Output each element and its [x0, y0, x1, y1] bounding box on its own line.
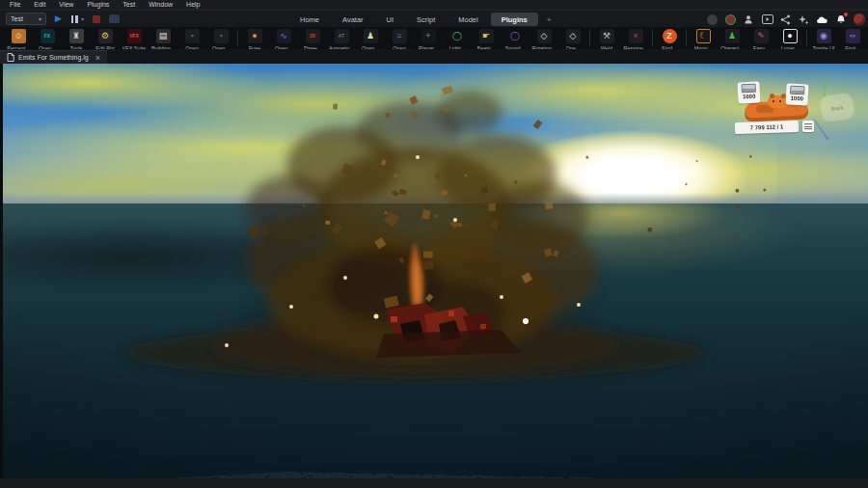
device-emulation-button[interactable]	[761, 14, 773, 26]
one-plugin-button[interactable]: ◇One...	[558, 29, 587, 51]
character-plugin-button[interactable]: ♟Charact...	[718, 29, 746, 51]
percent-plugin-button[interactable]: ☺Percent...	[4, 29, 33, 51]
cloud-sync-button[interactable]	[816, 14, 828, 26]
script-file-icon	[7, 53, 14, 62]
luner-plugin-button[interactable]: ●Luner...	[775, 29, 804, 51]
particle-counter: 7 799 112 / 1	[735, 121, 799, 134]
collaborator-avatar[interactable]	[706, 14, 719, 26]
menu-item-view[interactable]: View	[52, 0, 80, 10]
vfx-suite-plugin-icon: VFX	[127, 29, 142, 43]
moon-animator-plugin-button[interactable]: ☾Moon...	[689, 29, 718, 51]
beam-plugin-icon: ☛	[479, 29, 494, 43]
view-cube-face-label: Back	[831, 104, 844, 112]
one-plugin-icon: ◇	[566, 29, 581, 43]
toggle-ui-plugin-button[interactable]: ◉Toggle UI	[809, 29, 838, 51]
step-button[interactable]	[109, 14, 120, 23]
badge-value: 1000	[790, 95, 803, 104]
character-plugin-icon: ♟	[725, 29, 740, 43]
toolbar-separator	[806, 30, 807, 46]
open-plugin-button-3[interactable]: ∿Open...	[269, 29, 298, 51]
open-plugin-button-5[interactable]: ≡Open	[385, 29, 414, 51]
device-selector-value: Test	[11, 15, 23, 22]
animation-plugin-button[interactable]: ATAnimatio...	[327, 29, 356, 51]
view-cube-face[interactable]: Back	[819, 93, 854, 122]
ribbon-tab-bar: HomeAvatarUIScriptModelPlugins+	[289, 11, 557, 28]
document-tab-bar: Emits For Something.lg ×	[0, 49, 868, 64]
playback-toolbar: Test ▾ ▶ ▾ HomeAvatarUIScriptModelPlugin…	[0, 10, 868, 27]
edit-rig-plugin-icon: ⚙	[98, 29, 113, 43]
planar-plugin-button[interactable]: +Planar...	[414, 29, 443, 51]
open-plugin-button-2[interactable]: ▪Open...	[206, 29, 235, 51]
view-selector-cube[interactable]: Back z	[813, 81, 863, 141]
emit-plugin-button[interactable]: <>Emit...	[838, 29, 867, 51]
emit-plugin-icon: <>	[846, 29, 860, 43]
bottom-edge	[0, 478, 868, 488]
viewport-left-edge	[0, 64, 3, 478]
cloud-icon	[816, 15, 828, 24]
remove-plugin-button[interactable]: ×Remove...	[621, 29, 650, 51]
add-tab-button[interactable]: +	[540, 15, 558, 24]
invite-collaborator-button[interactable]	[743, 14, 755, 26]
menu-item-plugins[interactable]: Plugins	[80, 0, 116, 10]
three-d-text-plugin-icon: 3D	[306, 29, 320, 43]
account-menu-button[interactable]	[853, 14, 865, 26]
open-plugin-button-4[interactable]: ♟Open...	[356, 29, 385, 51]
close-tab-icon[interactable]: ×	[95, 53, 100, 63]
pause-button[interactable]	[70, 15, 79, 23]
tab-ui[interactable]: UI	[376, 13, 405, 26]
chevron-down-icon: ▾	[39, 15, 41, 22]
assistant-button[interactable]	[798, 14, 810, 26]
roblox-studio-window: FileEditViewPluginsTestWindowHelp Test ▾…	[0, 0, 868, 488]
add-person-icon	[744, 14, 754, 25]
z-axis-label: z	[827, 135, 829, 141]
stop-button[interactable]	[93, 15, 100, 23]
toolbar-separator	[686, 30, 687, 46]
vfx-suite-plugin-button[interactable]: VFXVFX Suite	[120, 29, 149, 51]
share-button[interactable]	[779, 14, 792, 26]
find-plugin-button[interactable]: ZFind...	[655, 29, 684, 51]
luner-plugin-icon: ●	[783, 29, 798, 43]
edit-rig-plugin-button[interactable]: ⚙Edit Rig	[91, 29, 120, 51]
rotation-plugin-button[interactable]: ◇Rotation...	[529, 29, 558, 51]
easy-plugin-icon: ✎	[754, 29, 769, 43]
viewport-3d[interactable]: 1000 1000 7 799 112 / 1 Back z	[0, 64, 868, 478]
mascot-eye-icon	[779, 100, 781, 102]
menu-item-window[interactable]: Window	[142, 0, 179, 10]
vfx-open-plugin-button[interactable]: FXOpen...	[33, 29, 62, 51]
ground-plane	[0, 203, 868, 478]
document-tab[interactable]: Emits For Something.lg ×	[0, 50, 107, 64]
tools-plugin-button[interactable]: ♜Tools	[62, 29, 91, 51]
moon-animator-plugin-icon: ☾	[696, 29, 711, 43]
menu-item-help[interactable]: Help	[179, 0, 206, 10]
weld-plugin-button[interactable]: ⚒Weld	[592, 29, 621, 51]
sound-plugin-button[interactable]: ◯Sound...	[501, 29, 529, 51]
play-icon: ▶	[55, 13, 62, 25]
three-d-text-plugin-button[interactable]: 3DThree...	[298, 29, 327, 51]
animation-plugin-icon: AT	[335, 29, 349, 43]
menu-item-file[interactable]: File	[3, 0, 27, 10]
fuse-plugin-button[interactable]: ●Fuse	[240, 29, 269, 51]
light-plugin-icon: ◯	[450, 29, 465, 43]
tab-avatar[interactable]: Avatar	[332, 13, 374, 26]
play-button[interactable]: ▶	[55, 13, 62, 25]
tab-home[interactable]: Home	[289, 13, 330, 26]
tab-plugins[interactable]: Plugins	[491, 13, 538, 26]
building-plugin-button[interactable]: ▤Building...	[149, 29, 177, 51]
user-avatar[interactable]	[724, 14, 737, 26]
tools-plugin-icon: ♜	[69, 29, 84, 43]
pause-options-chevron-icon[interactable]: ▾	[81, 15, 84, 22]
light-plugin-button[interactable]: ◯Light...	[443, 29, 472, 51]
tab-script[interactable]: Script	[406, 13, 446, 26]
menu-item-test[interactable]: Test	[116, 0, 142, 10]
vfx-open-plugin-icon: FX	[41, 29, 55, 43]
mascot-eye-icon	[773, 100, 774, 102]
user-avatar-icon	[725, 14, 736, 25]
device-selector[interactable]: Test ▾	[6, 13, 46, 25]
easy-plugin-button[interactable]: ✎Easy...	[746, 29, 775, 51]
open-plugin-button-1[interactable]: ▪Open	[177, 29, 206, 51]
notifications-button[interactable]	[834, 14, 847, 26]
beam-plugin-button[interactable]: ☛Beam...	[472, 29, 501, 51]
account-avatar-icon	[854, 14, 865, 25]
tab-model[interactable]: Model	[448, 13, 488, 26]
menu-item-edit[interactable]: Edit	[27, 0, 52, 10]
